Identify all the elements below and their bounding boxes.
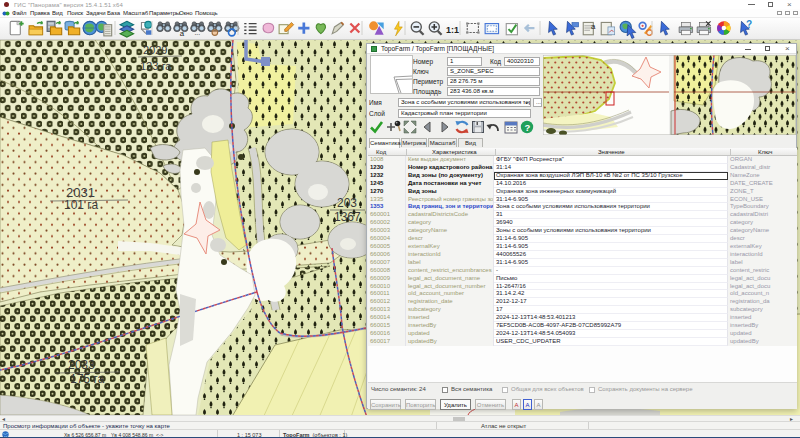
svg-text:1367: 1367 [334,210,361,224]
svg-text:203: 203 [337,196,357,210]
svg-text:2029: 2029 [143,44,167,56]
svg-text:101 га: 101 га [64,198,98,212]
svg-text:...: ... [194,29,200,36]
svg-text:?: ? [525,122,531,133]
svg-text:123 га: 123 га [140,60,172,72]
svg-text:2033: 2033 [68,358,95,372]
svg-text:175 га: 175 га [70,372,104,386]
svg-text:a: a [180,29,185,38]
svg-text:a: a [591,22,596,31]
svg-text:1:1: 1:1 [446,25,459,35]
svg-text:?: ? [746,19,752,30]
